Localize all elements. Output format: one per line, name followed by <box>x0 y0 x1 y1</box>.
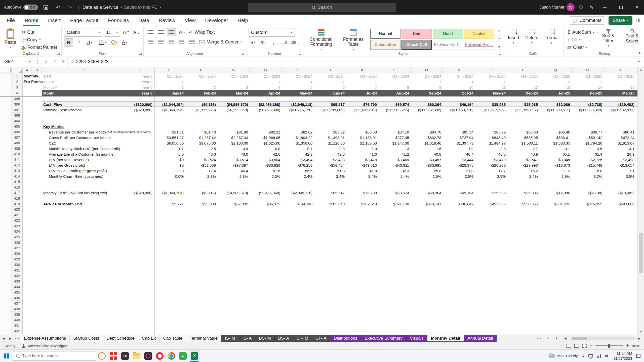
cell[interactable]: $65,517 <box>314 102 346 107</box>
delete-cells-button[interactable]: Delete ▾ <box>523 28 540 45</box>
cell[interactable]: $646,959 <box>572 201 604 207</box>
cell[interactable] <box>507 185 539 190</box>
cell[interactable] <box>475 262 507 267</box>
cell[interactable]: $550,355 <box>507 201 539 207</box>
cell[interactable] <box>443 229 475 234</box>
cell[interactable] <box>32 245 42 251</box>
cell[interactable] <box>282 212 314 218</box>
cell[interactable] <box>32 267 42 273</box>
cell[interactable] <box>185 118 217 124</box>
cell[interactable] <box>42 185 126 190</box>
orientation-button[interactable]: ab▾ <box>177 28 186 36</box>
cell[interactable] <box>507 306 539 312</box>
column-header-F[interactable]: F <box>185 67 217 73</box>
cell[interactable] <box>604 273 636 279</box>
cell[interactable]: -25.8 <box>411 168 443 173</box>
cell[interactable] <box>539 290 572 295</box>
cell[interactable] <box>475 113 507 118</box>
cell[interactable]: Gross Profit per Customer per Month <box>42 135 126 140</box>
cell[interactable]: $86.77 <box>572 129 604 135</box>
cell[interactable]: -$1,393.91 <box>314 135 346 140</box>
row-header[interactable]: 424 <box>12 229 23 234</box>
cell[interactable] <box>475 212 507 218</box>
cell[interactable]: ($9,116) <box>185 190 217 196</box>
cell[interactable]: -$97,397 <box>217 162 250 168</box>
cell[interactable] <box>154 279 185 284</box>
cell[interactable]: 9 <box>411 84 443 90</box>
cell[interactable] <box>282 207 314 212</box>
cell[interactable]: -1.9 <box>443 146 475 151</box>
cell[interactable] <box>443 301 475 306</box>
cell[interactable] <box>475 207 507 212</box>
cell[interactable] <box>217 290 250 295</box>
cell[interactable] <box>572 284 604 290</box>
cell[interactable]: 41.2 <box>378 151 411 157</box>
cell[interactable] <box>154 328 185 334</box>
cell[interactable]: $321,140 <box>378 201 411 207</box>
new-sheet-button[interactable]: + <box>544 336 551 341</box>
cell[interactable]: Month <box>42 90 126 96</box>
cell[interactable] <box>23 151 32 157</box>
cell[interactable]: CaC <box>42 140 126 146</box>
cell[interactable] <box>572 317 604 323</box>
increase-font-size-button[interactable]: A▲ <box>122 28 131 36</box>
cell[interactable]: Month # <box>42 84 126 90</box>
cell[interactable] <box>411 113 443 118</box>
cell[interactable] <box>539 229 572 234</box>
cell[interactable] <box>42 290 126 295</box>
cell[interactable] <box>411 312 443 317</box>
cell-style-normal[interactable]: Normal <box>370 29 400 39</box>
cell[interactable] <box>42 317 126 323</box>
column-header-O[interactable]: O <box>475 67 507 73</box>
cell[interactable]: 0.0 <box>154 151 185 157</box>
cell[interactable] <box>217 229 250 234</box>
row-header[interactable]: 405 <box>12 124 23 129</box>
cell[interactable] <box>185 273 217 279</box>
search-input[interactable]: Search <box>248 3 396 12</box>
cell[interactable]: Q4 - 2024 <box>475 73 507 79</box>
cell[interactable]: Year 0 <box>126 90 154 96</box>
cell[interactable] <box>23 317 32 323</box>
cell[interactable] <box>185 317 217 323</box>
cell[interactable] <box>154 113 185 118</box>
cell[interactable]: $1,580.11 <box>507 140 539 146</box>
cell[interactable] <box>443 256 475 262</box>
cell[interactable] <box>185 96 217 102</box>
cell[interactable] <box>539 234 572 240</box>
outline-level-1-button[interactable]: 1 <box>1 68 5 72</box>
cell[interactable] <box>314 328 346 334</box>
cell[interactable] <box>250 113 282 118</box>
cell[interactable] <box>378 312 411 317</box>
cell[interactable] <box>217 251 250 256</box>
column-header-M[interactable]: M <box>411 67 443 73</box>
italic-button[interactable]: I <box>74 38 84 47</box>
cell[interactable] <box>282 240 314 245</box>
row-header[interactable]: 397 <box>12 107 23 113</box>
cell[interactable] <box>217 284 250 290</box>
cell[interactable] <box>154 179 185 185</box>
cell[interactable]: -$58,484 <box>314 162 346 168</box>
row-header[interactable]: 432 <box>12 273 23 279</box>
cell[interactable] <box>250 295 282 301</box>
cell[interactable] <box>411 323 443 328</box>
cell[interactable] <box>250 240 282 245</box>
ribbon-tab-file[interactable]: File <box>2 15 20 26</box>
cell[interactable]: Q2 - 2024 <box>250 73 282 79</box>
cell[interactable]: $203,640 <box>314 201 346 207</box>
cell[interactable] <box>346 245 378 251</box>
cell[interactable] <box>411 295 443 301</box>
cell[interactable]: ($11,709,609) <box>314 107 346 113</box>
cell[interactable]: -32.3 <box>378 168 411 173</box>
cell[interactable] <box>475 229 507 234</box>
cell[interactable] <box>507 273 539 279</box>
cell[interactable] <box>217 179 250 185</box>
cell[interactable] <box>346 323 378 328</box>
cell[interactable] <box>32 234 42 240</box>
cell[interactable] <box>443 262 475 267</box>
cell[interactable] <box>411 207 443 212</box>
decrease-font-size-button[interactable]: A▼ <box>132 28 141 36</box>
expand-formula-bar-icon[interactable]: ▾ <box>634 57 644 67</box>
cell-style-good[interactable]: Good <box>433 29 463 39</box>
cell[interactable] <box>126 301 154 306</box>
cell[interactable] <box>507 229 539 234</box>
